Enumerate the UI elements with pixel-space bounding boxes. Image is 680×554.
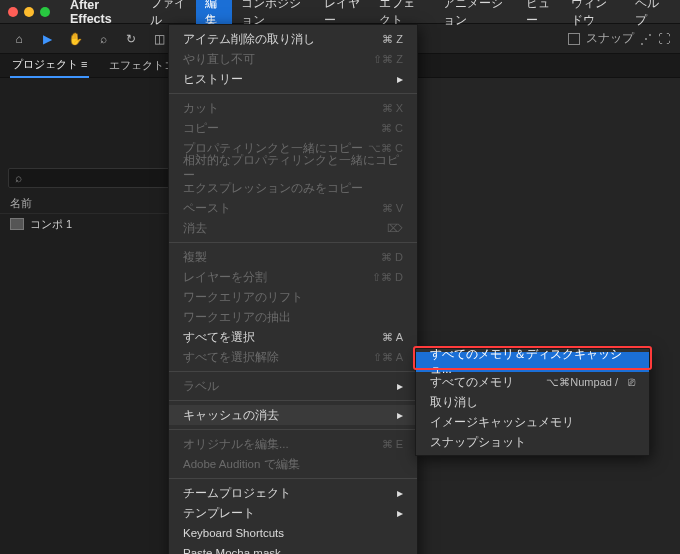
app-name[interactable]: After Effects: [70, 0, 127, 26]
menu-item[interactable]: キャッシュの消去▸: [169, 405, 417, 425]
menu-item-label: Paste Mocha mask: [183, 547, 281, 554]
menu-file[interactable]: ファイル: [141, 0, 196, 24]
menu-view[interactable]: ビュー: [517, 0, 563, 24]
search-input[interactable]: ⌕: [8, 168, 192, 188]
shortcut-label: ⌘ V: [382, 202, 403, 215]
menu-item-label: エクスプレッションのみをコピー: [183, 181, 363, 196]
menu-item-label: オリジナルを編集...: [183, 437, 289, 452]
selection-tool-icon[interactable]: ▶: [38, 30, 56, 48]
menu-item: やり直し不可⇧⌘ Z: [169, 49, 417, 69]
menu-item-label: Keyboard Shortcuts: [183, 527, 284, 539]
shortcut-label: ⌘ E: [382, 438, 403, 451]
menu-item: ラベル▸: [169, 376, 417, 396]
minimize-window-icon[interactable]: [24, 7, 34, 17]
composition-icon: [10, 218, 24, 230]
menu-item-label: チームプロジェクト: [183, 486, 291, 501]
menu-edit[interactable]: 編集: [196, 0, 232, 24]
zoom-window-icon[interactable]: [40, 7, 50, 17]
menu-item-label: ワークエリアのリフト: [183, 290, 303, 305]
menu-composition[interactable]: コンポジション: [232, 0, 315, 24]
menu-item-label: 消去: [183, 221, 207, 236]
checkbox-icon[interactable]: [568, 33, 580, 45]
menu-item: ワークエリアのリフト: [169, 287, 417, 307]
menu-item-label: すべてを選択: [183, 330, 255, 345]
hand-tool-icon[interactable]: ✋: [66, 30, 84, 48]
menu-item: エクスプレッションのみをコピー: [169, 178, 417, 198]
menu-item[interactable]: すべてを選択⌘ A: [169, 327, 417, 347]
menu-window[interactable]: ウィンドウ: [562, 0, 626, 24]
shortcut-label: ⌘ Z: [382, 33, 403, 46]
menu-effect[interactable]: エフェクト: [370, 0, 434, 24]
menu-item[interactable]: テンプレート▸: [169, 503, 417, 523]
submenu-item[interactable]: スナップショット: [416, 432, 649, 452]
menu-item: 消去⌦: [169, 218, 417, 238]
menu-item: オリジナルを編集...⌘ E: [169, 434, 417, 454]
project-item-label: コンポ 1: [30, 217, 72, 232]
menu-item-label: コピー: [183, 121, 219, 136]
menu-item-label: レイヤーを分割: [183, 270, 267, 285]
shortcut-label: ⌘ A: [382, 331, 403, 344]
submenu-arrow-icon: ▸: [397, 72, 403, 86]
menu-animation[interactable]: アニメーション: [434, 0, 517, 24]
home-icon[interactable]: ⌂: [10, 30, 28, 48]
submenu-item[interactable]: 取り消し: [416, 392, 649, 412]
menu-separator: [169, 478, 417, 479]
menu-item-label: カット: [183, 101, 219, 116]
submenu-item[interactable]: イメージキャッシュメモリ: [416, 412, 649, 432]
menu-item: 相対的なプロパティリンクと一緒にコピー: [169, 158, 417, 178]
submenu-arrow-icon: ▸: [397, 486, 403, 500]
menu-item-label: やり直し不可: [183, 52, 255, 67]
shortcut-label: ⌘ D: [381, 251, 403, 264]
menu-item[interactable]: チームプロジェクト▸: [169, 483, 417, 503]
menu-separator: [169, 371, 417, 372]
shortcut-label: ⇧⌘ D: [372, 271, 403, 284]
menu-item-label: ラベル: [183, 379, 219, 394]
submenu-arrow-icon: ▸: [397, 506, 403, 520]
menu-item-label: キャッシュの消去: [183, 408, 279, 423]
menu-item: すべてを選択解除⇧⌘ A: [169, 347, 417, 367]
camera-tool-icon[interactable]: ◫: [150, 30, 168, 48]
zoom-tool-icon[interactable]: ⌕: [94, 30, 112, 48]
rotate-tool-icon[interactable]: ↻: [122, 30, 140, 48]
window-controls: [8, 7, 50, 17]
menu-item-label: すべてを選択解除: [183, 350, 279, 365]
snap-toggle[interactable]: スナップ ⋰ ⛶: [568, 30, 670, 47]
menu-separator: [169, 429, 417, 430]
menu-item[interactable]: ヒストリー▸: [169, 69, 417, 89]
tab-project[interactable]: プロジェクト ≡: [10, 53, 89, 78]
menu-item[interactable]: Keyboard Shortcuts: [169, 523, 417, 543]
snap-label: スナップ: [586, 30, 634, 47]
submenu-arrow-icon: ▸: [397, 379, 403, 393]
menubar: After Effects ファイル 編集 コンポジション レイヤー エフェクト…: [0, 0, 680, 24]
cache-purge-submenu: すべてのメモリ＆ディスクキャッシュ...すべてのメモリ⌥⌘Numpad /⎚取り…: [415, 348, 650, 456]
snap-option-icon[interactable]: ⋰: [640, 32, 652, 46]
submenu-item-label: 取り消し: [430, 395, 478, 410]
shortcut-label: ⌥⌘Numpad /: [546, 376, 618, 389]
menu-item[interactable]: Paste Mocha mask: [169, 543, 417, 554]
menu-item-label: ヒストリー: [183, 72, 243, 87]
menu-separator: [169, 400, 417, 401]
menu-separator: [169, 93, 417, 94]
menu-item: ペースト⌘ V: [169, 198, 417, 218]
shortcut-label: ⇧⌘ A: [373, 351, 403, 364]
submenu-arrow-icon: ▸: [397, 408, 403, 422]
shortcut-label: ⌘ X: [382, 102, 403, 115]
menu-separator: [169, 242, 417, 243]
submenu-item-label: イメージキャッシュメモリ: [430, 415, 574, 430]
submenu-item[interactable]: すべてのメモリ＆ディスクキャッシュ...: [416, 352, 649, 372]
snap-expand-icon[interactable]: ⛶: [658, 32, 670, 46]
menu-item-label: 複製: [183, 250, 207, 265]
menu-item[interactable]: アイテム削除の取り消し⌘ Z: [169, 29, 417, 49]
menu-item: 複製⌘ D: [169, 247, 417, 267]
submenu-item-label: スナップショット: [430, 435, 526, 450]
menu-item: レイヤーを分割⇧⌘ D: [169, 267, 417, 287]
menu-item: カット⌘ X: [169, 98, 417, 118]
menu-layer[interactable]: レイヤー: [315, 0, 370, 24]
menu-item-label: ワークエリアの抽出: [183, 310, 291, 325]
menu-help[interactable]: ヘルプ: [626, 0, 672, 24]
menu-item-label: ペースト: [183, 201, 231, 216]
close-window-icon[interactable]: [8, 7, 18, 17]
shortcut-label: ⌦: [387, 222, 403, 235]
shortcut-label: ⇧⌘ Z: [373, 53, 403, 66]
submenu-item-label: すべてのメモリ＆ディスクキャッシュ...: [430, 347, 635, 377]
